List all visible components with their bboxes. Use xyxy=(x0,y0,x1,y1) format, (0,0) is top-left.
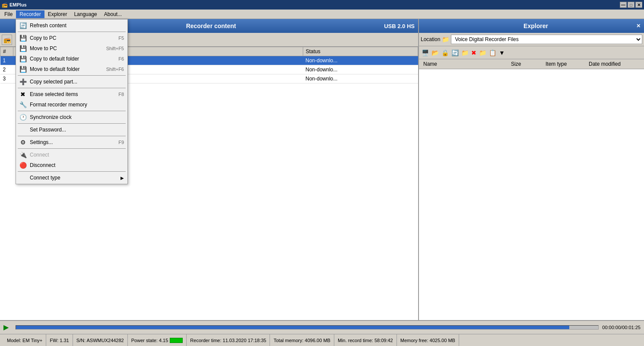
menu-explorer[interactable]: Explorer xyxy=(44,10,71,18)
ctx-item-connect-type[interactable]: Connect type ▶ xyxy=(16,173,127,183)
progress-bar[interactable] xyxy=(16,325,599,330)
context-menu-separator xyxy=(18,88,126,88)
ctx-label: Format recorder memory xyxy=(30,102,124,108)
exp-icon-delete[interactable]: ✖ xyxy=(470,49,477,56)
status-total-memory: Total memory: 4096.00 MB xyxy=(270,334,334,346)
ctx-item-connect: 🔌 Connect xyxy=(16,150,127,160)
copy-pc-icon: 💾 xyxy=(19,35,26,42)
status-model: Model: EM Tiny+ xyxy=(3,334,46,346)
app-title: EMPlus xyxy=(10,2,27,7)
time-display: 00:00:00/00:01:25 xyxy=(602,325,641,330)
erase-icon: ✖ xyxy=(19,91,26,98)
progress-fill xyxy=(16,326,569,329)
row-status: Non-downlo... xyxy=(303,74,418,83)
ctx-shortcut: Shift+F6 xyxy=(106,67,124,72)
status-min-record: Min. record time: 58:09:42 xyxy=(334,334,397,346)
copy-selected-icon: ➕ xyxy=(19,78,26,85)
col-status: Status xyxy=(303,47,418,56)
row-num: 2 xyxy=(0,65,13,74)
disconnect-icon: 🔴 xyxy=(19,162,26,169)
ctx-item-disconnect[interactable]: 🔴 Disconnect xyxy=(16,160,127,170)
context-menu-separator xyxy=(18,111,126,111)
title-bar: 📻 EMPlus — □ ✕ xyxy=(0,0,644,10)
move-default-icon: 💾 xyxy=(19,66,26,73)
ctx-label: Connect xyxy=(30,152,124,158)
status-sn: S/N: ASWMUX244282 xyxy=(73,334,128,346)
exp-icon-1[interactable]: 🖥️ xyxy=(421,49,430,56)
menu-language[interactable]: Language xyxy=(70,10,100,18)
menu-file[interactable]: File xyxy=(1,10,16,18)
exp-icon-up[interactable]: 📁 xyxy=(460,49,470,56)
ctx-shortcut: Shift+F5 xyxy=(106,46,124,51)
location-dropdown[interactable]: Voice Digital Recorder Files xyxy=(451,35,642,44)
ctx-item-password[interactable]: Set Password... xyxy=(16,125,127,135)
ctx-label: Settings... xyxy=(30,139,115,145)
exp-icon-2[interactable]: 📂 xyxy=(431,49,440,56)
ctx-item-format[interactable]: 🔧 Format recorder memory xyxy=(16,99,127,110)
title-bar-controls: — □ ✕ xyxy=(620,2,642,8)
connect-type-icon xyxy=(19,174,26,181)
ctx-shortcut: F5 xyxy=(118,35,124,41)
context-menu-separator xyxy=(18,32,126,32)
ctx-label: Set Password... xyxy=(30,127,124,133)
time-total: 00:01:25 xyxy=(622,325,641,330)
ctx-item-settings[interactable]: ⚙ Settings... F9 xyxy=(16,137,127,147)
explorer-title: Explorer xyxy=(523,22,548,29)
ctx-item-move-default[interactable]: 💾 Move to default folder Shift+F6 xyxy=(16,64,127,74)
context-menu-separator xyxy=(18,148,126,149)
explorer-content xyxy=(419,69,644,320)
row-num: 1 xyxy=(0,56,13,65)
status-bar: Model: EM Tiny+ FW: 1.31 S/N: ASWMUX2442… xyxy=(0,334,644,346)
ctx-item-sync[interactable]: 🕐 Synchronize clock xyxy=(16,112,127,122)
min-record-text: Min. record time: 58:09:42 xyxy=(338,338,393,343)
ctx-label: Synchronize clock xyxy=(30,114,124,120)
ctx-label: Copy to default folder xyxy=(30,56,115,62)
close-button[interactable]: ✕ xyxy=(635,2,642,8)
col-num: # xyxy=(0,47,13,56)
ctx-item-copy-pc[interactable]: 💾 Copy to PC F5 xyxy=(16,33,127,43)
play-button[interactable]: ▶ xyxy=(3,323,12,332)
ctx-item-copy-default[interactable]: 💾 Copy to default folder F6 xyxy=(16,54,127,64)
ctx-label: Copy to PC xyxy=(30,35,115,41)
exp-col-name: Name xyxy=(421,60,508,68)
total-memory-text: Total memory: 4096.00 MB xyxy=(273,338,330,343)
format-icon: 🔧 xyxy=(19,101,26,108)
exp-icon-list[interactable]: 📋 xyxy=(488,49,497,56)
recorder-toolbar-btn-1[interactable]: 📻 xyxy=(2,35,12,45)
minimize-button[interactable]: — xyxy=(620,2,627,8)
menu-recorder[interactable]: Recorder xyxy=(16,10,44,18)
ctx-item-refresh[interactable]: 🔄 Refresh content xyxy=(16,20,127,31)
model-text: Model: EM Tiny+ xyxy=(7,338,42,343)
ctx-item-copy-selected[interactable]: ➕ Copy selected part... xyxy=(16,77,127,87)
exp-col-size: Size xyxy=(508,60,543,68)
sync-icon: 🕐 xyxy=(19,114,26,121)
menu-about[interactable]: About... xyxy=(101,10,125,18)
context-menu-separator xyxy=(18,75,126,76)
rec-icon: 📻 xyxy=(3,36,11,43)
explorer-close-icon[interactable]: ✕ xyxy=(636,23,641,29)
title-bar-left: 📻 EMPlus xyxy=(2,2,27,8)
maximize-button[interactable]: □ xyxy=(628,2,634,8)
power-indicator xyxy=(170,338,183,343)
exp-icon-refresh[interactable]: 🔄 xyxy=(450,49,460,56)
exp-icon-dropdown[interactable]: ▼ xyxy=(498,49,506,56)
row-status: Non-downlo... xyxy=(303,65,418,74)
app-icon: 📻 xyxy=(2,2,8,8)
recorder-time-text: Recorder time: 11.03.2020 17:18:35 xyxy=(190,338,266,343)
exp-icon-new-folder[interactable]: 📁 xyxy=(478,49,487,56)
ctx-item-erase[interactable]: ✖ Erase selected items F8 xyxy=(16,89,127,99)
ctx-shortcut: F9 xyxy=(118,140,124,145)
sn-text: S/N: ASWMUX244282 xyxy=(76,338,124,343)
explorer-toolbar: 🖥️ 📂 🔒 🔄 📁 ✖ 📁 📋 ▼ xyxy=(419,46,644,59)
context-menu-separator xyxy=(18,136,126,136)
exp-icon-3[interactable]: 🔒 xyxy=(441,49,450,56)
exp-col-type: Item type xyxy=(543,60,586,68)
ctx-item-move-pc[interactable]: 💾 Move to PC Shift+F5 xyxy=(16,43,127,54)
refresh-icon: 🔄 xyxy=(19,22,26,29)
ctx-shortcut: F8 xyxy=(118,92,124,97)
submenu-arrow-icon: ▶ xyxy=(121,176,124,180)
row-num: 3 xyxy=(0,74,13,83)
ctx-label: Move to default folder xyxy=(30,66,103,72)
memory-free-text: Memory free: 4025.00 MB xyxy=(400,338,455,343)
row-status: Non-downlo... xyxy=(303,56,418,65)
